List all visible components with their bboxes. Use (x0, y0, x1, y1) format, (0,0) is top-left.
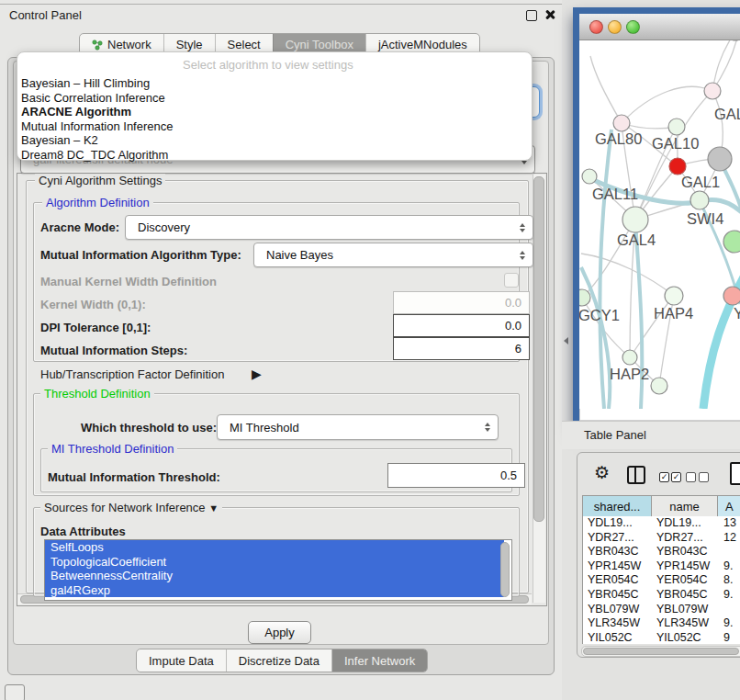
network-node[interactable] (708, 147, 732, 171)
splitter-grip-icon[interactable] (564, 337, 568, 344)
table-h-scrollbar-thumb[interactable] (583, 648, 739, 655)
aracne-mode-combo[interactable]: Discovery (125, 215, 533, 240)
column-divider (634, 468, 636, 482)
mi-threshold-field[interactable]: 0.5 (387, 463, 525, 488)
algorithm-option[interactable]: Mutual Information Inference (21, 119, 528, 134)
table-row[interactable]: YDR27...YDR27...12 (583, 531, 740, 546)
mi-type-label: Mutual Information Algorithm Type: (40, 248, 241, 262)
data-attributes-label: Data Attributes (40, 525, 126, 538)
minimize-traffic-light[interactable] (608, 20, 622, 34)
mi-steps-label: Mutual Information Steps: (40, 344, 187, 357)
column-header-third[interactable]: A (718, 496, 740, 517)
network-node[interactable] (723, 231, 740, 253)
network-node[interactable] (582, 169, 597, 184)
kernel-width-field[interactable]: 0.0 (393, 291, 530, 314)
network-view-window[interactable]: GALGAL80GAL10GAL1GAL11SWI4GAL4GCY1HAP4YH… (573, 7, 740, 427)
algorithm-option[interactable]: Basic Correlation Inference (21, 91, 528, 106)
column-header-name[interactable]: name (652, 496, 718, 517)
attribute-list-item[interactable]: gal4RGexp (45, 583, 504, 598)
table-row[interactable]: YBR043CYBR043C (583, 545, 740, 559)
network-node[interactable] (704, 83, 721, 99)
attribute-list-item[interactable]: TopologicalCoefficient (45, 555, 504, 570)
network-edge[interactable] (581, 254, 674, 296)
data-attributes-list[interactable]: SelfLoopsTopologicalCoefficientBetweenne… (44, 539, 512, 601)
which-threshold-combo[interactable]: MI Threshold (217, 414, 499, 440)
table-row[interactable]: YBR045CYBR045C9. (583, 588, 740, 603)
column-view-icon[interactable] (627, 466, 645, 484)
attribute-list-item[interactable]: SelfLoops (45, 540, 504, 555)
algorithm-option[interactable]: Dream8 DC_TDC Algorithm (21, 148, 528, 163)
table-panel-title: Table Panel (584, 428, 646, 442)
network-node-label: GAL80 (595, 130, 642, 147)
algorithm-dropdown-list[interactable]: Bayesian – Hill ClimbingBasic Correlatio… (21, 76, 528, 162)
table-row[interactable]: YBL079WYBL079W (583, 603, 740, 617)
table-body[interactable]: YDL19...YDL19...13YDR27...YDR27...12YBR0… (582, 516, 740, 644)
tab-infer-network[interactable]: Infer Network (331, 649, 427, 672)
apply-button[interactable]: Apply (248, 621, 311, 644)
network-node[interactable] (723, 287, 740, 305)
table-panel: ⚙ ✓✓ shared... name A YDL19...YDL19...13… (577, 452, 740, 658)
collapse-down-icon[interactable]: ▼ (208, 502, 219, 514)
network-node[interactable] (668, 119, 685, 135)
table-row[interactable]: YIL052CYIL052C9 (583, 631, 740, 644)
gear-icon[interactable]: ⚙ (594, 462, 610, 483)
network-edge[interactable] (590, 56, 622, 123)
hub-definition-label[interactable]: Hub/Transcription Factor Definition (40, 367, 224, 381)
new-table-icon[interactable] (730, 462, 740, 485)
algorithm-option[interactable]: ARACNE Algorithm (21, 105, 528, 119)
tab-discretize-data[interactable]: Discretize Data (226, 649, 331, 672)
expand-right-icon[interactable]: ▶ (252, 367, 262, 381)
network-node-label: GAL4 (617, 231, 656, 248)
network-node-label: SWI4 (687, 210, 723, 227)
network-node[interactable] (622, 350, 637, 365)
float-panel-icon[interactable] (526, 10, 537, 21)
network-edge[interactable] (622, 86, 712, 123)
column-header-shared[interactable]: shared... (583, 496, 652, 517)
table-row[interactable]: YER054CYER054C8. (583, 573, 740, 588)
network-node[interactable] (613, 115, 630, 131)
attr-list-scrollbar[interactable] (500, 542, 510, 597)
zoom-traffic-light[interactable] (626, 20, 640, 34)
top-divider (0, 4, 562, 5)
manual-kernel-checkbox[interactable] (504, 273, 519, 288)
mi-threshold-label: Mutual Information Threshold: (48, 470, 220, 484)
network-window-titlebar[interactable] (579, 14, 740, 40)
table-header: shared... name A (582, 495, 740, 518)
mi-threshold-legend: MI Threshold Definition (48, 442, 177, 456)
corner-button[interactable] (5, 684, 25, 700)
close-traffic-light[interactable] (589, 20, 603, 34)
close-icon[interactable] (544, 9, 555, 20)
table-row[interactable]: YDL19...YDL19...13 (583, 516, 740, 531)
network-node[interactable] (579, 289, 590, 306)
network-node-label: HAP2 (610, 366, 649, 382)
network-node-label: GCY1 (579, 307, 620, 323)
table-row[interactable]: YLR345WYLR345W9. (583, 616, 740, 631)
network-node-label: Y (734, 305, 740, 322)
network-node[interactable] (651, 378, 667, 394)
tab-network-label: Network (107, 38, 151, 51)
control-panel-title: Control Panel (9, 8, 82, 22)
select-all-checks-icon[interactable]: ✓✓ (659, 472, 681, 482)
dpi-tolerance-field[interactable]: 0.0 (393, 314, 530, 337)
attribute-list-item[interactable]: BetweennessCentrality (45, 569, 504, 583)
v-scrollbar-thumb[interactable] (533, 176, 544, 522)
algorithm-option[interactable]: Bayesian – K2 (21, 133, 528, 148)
table-row[interactable]: YPR145WYPR145W9. (583, 559, 740, 574)
network-node-label: GAL11 (592, 186, 638, 202)
deselect-all-checks-icon[interactable] (686, 472, 709, 482)
sources-legend[interactable]: Sources for Network Inference ▼ (40, 501, 222, 514)
network-node[interactable] (622, 207, 648, 232)
mi-type-combo[interactable]: Naive Bayes (253, 243, 533, 267)
manual-kernel-label: Manual Kernel Width Definition (40, 275, 217, 288)
network-graph: GALGAL80GAL10GAL1GAL11SWI4GAL4GCY1HAP4YH… (579, 40, 740, 409)
network-node[interactable] (690, 191, 709, 209)
network-node[interactable] (665, 287, 683, 305)
aracne-mode-label: Aracne Mode: (40, 220, 119, 234)
algorithm-option[interactable]: Bayesian – Hill Climbing (21, 76, 528, 91)
tab-impute-data[interactable]: Impute Data (137, 649, 226, 672)
algorithm-dropdown[interactable]: Select algorithm to view settings Bayesi… (17, 51, 533, 161)
network-canvas[interactable]: GALGAL80GAL10GAL1GAL11SWI4GAL4GCY1HAP4YH… (579, 40, 740, 409)
network-edge[interactable] (581, 267, 610, 409)
network-node[interactable] (669, 158, 686, 175)
mi-steps-field[interactable]: 6 (393, 337, 530, 360)
